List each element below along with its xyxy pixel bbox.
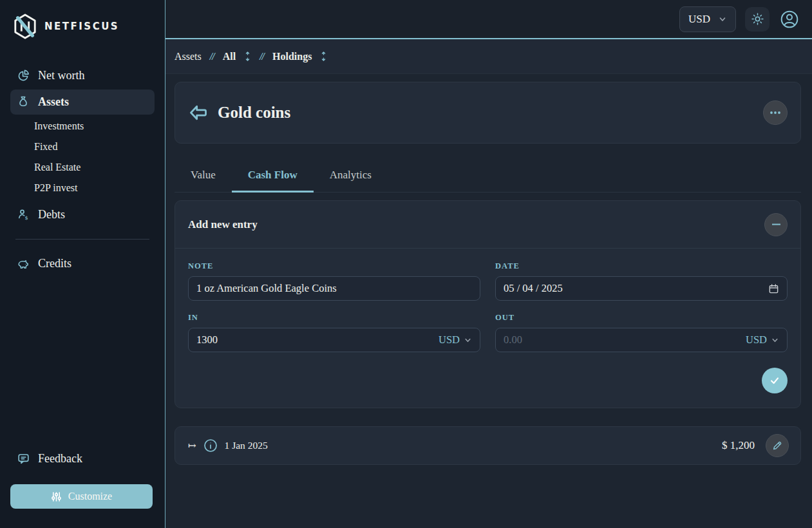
pencil-icon <box>772 440 782 451</box>
sidebar-item-net-worth[interactable]: Net worth <box>10 63 155 88</box>
minus-icon <box>772 223 780 225</box>
piggy-bank-icon <box>17 258 30 270</box>
app-root: NETFISCUS Net worth <box>0 0 812 528</box>
out-amount-input[interactable] <box>504 334 741 346</box>
breadcrumb-assets[interactable]: Assets <box>175 51 202 62</box>
sidebar-subitem-investments[interactable]: Investments <box>0 116 165 137</box>
pie-chart-icon <box>17 70 30 82</box>
main-area: USD <box>165 0 812 528</box>
money-bag-icon <box>17 96 30 109</box>
currency-select[interactable]: USD <box>679 6 736 32</box>
out-currency-select[interactable]: USD <box>746 334 779 346</box>
sidebar-subitem-p2p-invest[interactable]: P2P invest <box>0 178 165 198</box>
svg-text:$: $ <box>24 215 28 221</box>
breadcrumb-all[interactable]: All <box>223 51 236 62</box>
sun-icon <box>751 12 764 26</box>
entry-date: 1 Jan 2025 <box>225 440 715 451</box>
in-amount-input[interactable] <box>196 334 433 346</box>
tab-bar: Value Cash Flow Analytics <box>175 161 801 193</box>
title-card: Gold coins <box>175 82 801 144</box>
sidebar-nav: Net worth Assets Investments Fixed Real … <box>0 62 165 278</box>
more-options-button[interactable] <box>763 100 788 125</box>
sidebar-item-label: Assets <box>38 95 69 109</box>
in-label: IN <box>188 313 480 323</box>
unfold-arrows-icon[interactable] <box>320 52 327 61</box>
ellipsis-icon <box>770 111 781 115</box>
in-currency-value: USD <box>439 334 460 346</box>
date-input[interactable] <box>504 282 763 295</box>
brand-name: NETFISCUS <box>44 21 119 32</box>
sidebar-subitem-real-estate[interactable]: Real Estate <box>0 157 165 178</box>
sidebar-subitem-fixed[interactable]: Fixed <box>0 137 165 157</box>
chevron-down-icon <box>771 336 779 344</box>
sidebar-item-debts[interactable]: $ Debts <box>10 202 155 227</box>
customize-button[interactable]: Customize <box>10 484 153 509</box>
out-field-group: OUT USD <box>495 313 788 352</box>
page-title: Gold coins <box>218 104 763 122</box>
profile-button[interactable] <box>779 8 800 30</box>
theme-toggle-button[interactable] <box>745 7 770 32</box>
sidebar-item-label: Debts <box>38 208 65 222</box>
out-label: OUT <box>495 313 788 323</box>
check-icon <box>769 375 780 386</box>
person-dollar-icon: $ <box>17 209 30 222</box>
note-input[interactable] <box>196 282 472 295</box>
tab-cash-flow[interactable]: Cash Flow <box>232 161 314 193</box>
logo-hexagon-icon <box>13 13 37 40</box>
sidebar-item-feedback[interactable]: Feedback <box>10 446 155 471</box>
chevron-down-icon <box>718 15 727 24</box>
sidebar-item-label: Net worth <box>38 69 84 82</box>
date-label: DATE <box>495 261 788 271</box>
collapse-button[interactable] <box>764 213 788 236</box>
back-button[interactable] <box>189 104 208 121</box>
in-currency-select[interactable]: USD <box>439 334 472 346</box>
add-entry-form: NOTE DATE <box>175 249 800 408</box>
maps-to-icon: ↦ <box>188 441 196 451</box>
brand-logo[interactable]: NETFISCUS <box>0 10 165 44</box>
cashflow-entry-row[interactable]: ↦ 1 Jan 2025 $ 1,200 <box>175 426 801 465</box>
breadcrumb: Assets // All // Holdings <box>165 39 812 74</box>
calendar-button[interactable] <box>768 283 779 294</box>
tab-value[interactable]: Value <box>175 161 232 193</box>
sidebar-item-credits[interactable]: Credits <box>10 251 155 276</box>
feedback-bubble-icon <box>17 453 30 466</box>
submit-entry-button[interactable] <box>762 368 788 393</box>
info-icon <box>203 438 218 453</box>
out-currency-value: USD <box>746 334 767 346</box>
breadcrumb-separator: // <box>260 51 264 62</box>
currency-value: USD <box>688 13 710 26</box>
info-button[interactable] <box>203 438 218 453</box>
edit-entry-button[interactable] <box>766 434 789 457</box>
add-entry-title: Add new entry <box>188 218 258 231</box>
in-field-group: IN USD <box>188 313 480 352</box>
sidebar-item-label: Feedback <box>38 452 82 466</box>
chevron-down-icon <box>464 336 472 344</box>
tab-analytics[interactable]: Analytics <box>314 161 388 193</box>
date-field-group: DATE <box>495 261 788 301</box>
customize-label: Customize <box>68 491 112 502</box>
sidebar-spacer <box>0 278 165 445</box>
unfold-arrows-icon[interactable] <box>244 52 251 61</box>
assets-subnav: Investments Fixed Real Estate P2P invest <box>0 116 165 198</box>
sidebar-item-assets[interactable]: Assets <box>10 90 155 115</box>
back-arrow-icon <box>189 104 208 121</box>
breadcrumb-separator: // <box>210 51 214 62</box>
page-content: Gold coins Value Cash Flow Analytics Add… <box>165 74 812 528</box>
sidebar: NETFISCUS Net worth <box>0 0 165 528</box>
entry-amount: $ 1,200 <box>722 439 755 452</box>
add-entry-header: Add new entry <box>175 201 800 249</box>
breadcrumb-holdings[interactable]: Holdings <box>272 51 312 62</box>
calendar-icon <box>768 283 779 294</box>
note-field-group: NOTE <box>188 261 480 301</box>
note-label: NOTE <box>188 261 480 271</box>
user-profile-icon <box>780 10 799 29</box>
sidebar-divider <box>15 239 149 240</box>
sidebar-item-label: Credits <box>38 257 71 270</box>
topbar: USD <box>165 0 812 39</box>
sliders-icon <box>51 491 62 502</box>
add-entry-card: Add new entry NOTE <box>175 200 801 408</box>
